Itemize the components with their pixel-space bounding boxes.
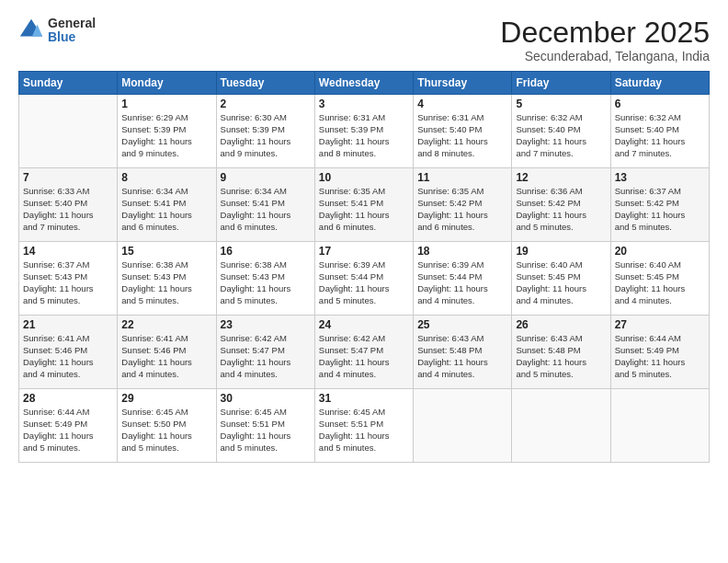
day-number: 12 bbox=[516, 171, 606, 184]
col-header-tuesday: Tuesday bbox=[216, 72, 314, 95]
cell-info: Sunrise: 6:42 AMSunset: 5:47 PMDaylight:… bbox=[319, 333, 409, 380]
calendar-cell: 22Sunrise: 6:41 AMSunset: 5:46 PMDayligh… bbox=[118, 316, 216, 389]
calendar-cell: 6Sunrise: 6:32 AMSunset: 5:40 PMDaylight… bbox=[610, 95, 709, 168]
calendar-table: SundayMondayTuesdayWednesdayThursdayFrid… bbox=[18, 71, 710, 463]
calendar-cell: 14Sunrise: 6:37 AMSunset: 5:43 PMDayligh… bbox=[19, 242, 118, 316]
day-number: 17 bbox=[319, 245, 409, 258]
calendar-cell: 27Sunrise: 6:44 AMSunset: 5:49 PMDayligh… bbox=[610, 316, 709, 389]
cell-info: Sunrise: 6:42 AMSunset: 5:47 PMDaylight:… bbox=[221, 333, 311, 380]
day-number: 19 bbox=[516, 245, 606, 258]
calendar-cell: 23Sunrise: 6:42 AMSunset: 5:47 PMDayligh… bbox=[216, 316, 314, 389]
day-number: 29 bbox=[121, 392, 211, 405]
day-number: 10 bbox=[319, 171, 409, 184]
day-number: 22 bbox=[121, 318, 211, 331]
day-number: 30 bbox=[221, 392, 311, 405]
calendar-cell: 17Sunrise: 6:39 AMSunset: 5:44 PMDayligh… bbox=[314, 242, 413, 316]
cell-info: Sunrise: 6:37 AMSunset: 5:43 PMDaylight:… bbox=[23, 259, 113, 306]
calendar-cell: 26Sunrise: 6:43 AMSunset: 5:48 PMDayligh… bbox=[512, 316, 610, 389]
cell-info: Sunrise: 6:36 AMSunset: 5:42 PMDaylight:… bbox=[516, 186, 606, 233]
calendar-cell bbox=[610, 389, 709, 463]
calendar-cell: 16Sunrise: 6:38 AMSunset: 5:43 PMDayligh… bbox=[216, 242, 314, 316]
calendar-cell: 29Sunrise: 6:45 AMSunset: 5:50 PMDayligh… bbox=[118, 389, 216, 463]
col-header-thursday: Thursday bbox=[414, 72, 512, 95]
col-header-saturday: Saturday bbox=[610, 72, 709, 95]
title-block: December 2025 Secunderabad, Telangana, I… bbox=[500, 17, 710, 63]
day-number: 6 bbox=[615, 98, 705, 110]
cell-info: Sunrise: 6:35 AMSunset: 5:42 PMDaylight:… bbox=[417, 186, 507, 233]
calendar-cell: 8Sunrise: 6:34 AMSunset: 5:41 PMDaylight… bbox=[118, 168, 216, 242]
cell-info: Sunrise: 6:44 AMSunset: 5:49 PMDaylight:… bbox=[615, 333, 705, 380]
day-number: 16 bbox=[221, 245, 311, 258]
calendar-week-row: 7Sunrise: 6:33 AMSunset: 5:40 PMDaylight… bbox=[19, 168, 710, 242]
calendar-cell: 2Sunrise: 6:30 AMSunset: 5:39 PMDaylight… bbox=[216, 95, 314, 168]
day-number: 3 bbox=[319, 98, 409, 110]
calendar-cell: 21Sunrise: 6:41 AMSunset: 5:46 PMDayligh… bbox=[19, 316, 118, 389]
calendar-week-row: 21Sunrise: 6:41 AMSunset: 5:46 PMDayligh… bbox=[19, 316, 710, 389]
calendar-cell: 28Sunrise: 6:44 AMSunset: 5:49 PMDayligh… bbox=[19, 389, 118, 463]
logo-blue-label: Blue bbox=[48, 30, 96, 44]
day-number: 8 bbox=[121, 171, 211, 184]
calendar-cell bbox=[414, 389, 512, 463]
cell-info: Sunrise: 6:35 AMSunset: 5:41 PMDaylight:… bbox=[319, 186, 409, 233]
cell-info: Sunrise: 6:34 AMSunset: 5:41 PMDaylight:… bbox=[221, 186, 311, 233]
cell-info: Sunrise: 6:37 AMSunset: 5:42 PMDaylight:… bbox=[615, 186, 705, 233]
day-number: 21 bbox=[23, 318, 113, 331]
cell-info: Sunrise: 6:41 AMSunset: 5:46 PMDaylight:… bbox=[23, 333, 113, 380]
day-number: 7 bbox=[23, 171, 113, 184]
calendar-cell: 9Sunrise: 6:34 AMSunset: 5:41 PMDaylight… bbox=[216, 168, 314, 242]
day-number: 18 bbox=[417, 245, 507, 258]
calendar-cell: 3Sunrise: 6:31 AMSunset: 5:39 PMDaylight… bbox=[314, 95, 413, 168]
col-header-wednesday: Wednesday bbox=[314, 72, 413, 95]
calendar-cell bbox=[19, 95, 118, 168]
cell-info: Sunrise: 6:33 AMSunset: 5:40 PMDaylight:… bbox=[23, 186, 113, 233]
cell-info: Sunrise: 6:34 AMSunset: 5:41 PMDaylight:… bbox=[121, 186, 211, 233]
cell-info: Sunrise: 6:45 AMSunset: 5:51 PMDaylight:… bbox=[319, 407, 409, 454]
cell-info: Sunrise: 6:30 AMSunset: 5:39 PMDaylight:… bbox=[221, 112, 311, 159]
calendar-week-row: 1Sunrise: 6:29 AMSunset: 5:39 PMDaylight… bbox=[19, 95, 710, 168]
calendar-cell: 13Sunrise: 6:37 AMSunset: 5:42 PMDayligh… bbox=[610, 168, 709, 242]
day-number: 9 bbox=[221, 171, 311, 184]
day-number: 5 bbox=[516, 98, 606, 110]
cell-info: Sunrise: 6:45 AMSunset: 5:51 PMDaylight:… bbox=[221, 407, 311, 454]
calendar-cell: 10Sunrise: 6:35 AMSunset: 5:41 PMDayligh… bbox=[314, 168, 413, 242]
calendar-cell: 24Sunrise: 6:42 AMSunset: 5:47 PMDayligh… bbox=[314, 316, 413, 389]
cell-info: Sunrise: 6:31 AMSunset: 5:39 PMDaylight:… bbox=[319, 112, 409, 159]
calendar-cell: 30Sunrise: 6:45 AMSunset: 5:51 PMDayligh… bbox=[216, 389, 314, 463]
day-number: 28 bbox=[23, 392, 113, 405]
logo-general-label: General bbox=[48, 17, 96, 30]
cell-info: Sunrise: 6:39 AMSunset: 5:44 PMDaylight:… bbox=[319, 259, 409, 306]
calendar-cell: 15Sunrise: 6:38 AMSunset: 5:43 PMDayligh… bbox=[118, 242, 216, 316]
calendar-cell: 5Sunrise: 6:32 AMSunset: 5:40 PMDaylight… bbox=[512, 95, 610, 168]
day-number: 26 bbox=[516, 318, 606, 331]
cell-info: Sunrise: 6:39 AMSunset: 5:44 PMDaylight:… bbox=[417, 259, 507, 306]
day-number: 13 bbox=[615, 171, 705, 184]
calendar-cell: 11Sunrise: 6:35 AMSunset: 5:42 PMDayligh… bbox=[414, 168, 512, 242]
day-number: 14 bbox=[23, 245, 113, 258]
col-header-monday: Monday bbox=[118, 72, 216, 95]
calendar-cell: 12Sunrise: 6:36 AMSunset: 5:42 PMDayligh… bbox=[512, 168, 610, 242]
day-number: 31 bbox=[319, 392, 409, 405]
calendar-cell bbox=[512, 389, 610, 463]
calendar-cell: 25Sunrise: 6:43 AMSunset: 5:48 PMDayligh… bbox=[414, 316, 512, 389]
logo: General Blue bbox=[18, 17, 96, 45]
cell-info: Sunrise: 6:32 AMSunset: 5:40 PMDaylight:… bbox=[615, 112, 705, 159]
cell-info: Sunrise: 6:43 AMSunset: 5:48 PMDaylight:… bbox=[516, 333, 606, 380]
cell-info: Sunrise: 6:40 AMSunset: 5:45 PMDaylight:… bbox=[516, 259, 606, 306]
cell-info: Sunrise: 6:40 AMSunset: 5:45 PMDaylight:… bbox=[615, 259, 705, 306]
cell-info: Sunrise: 6:38 AMSunset: 5:43 PMDaylight:… bbox=[221, 259, 311, 306]
calendar-week-row: 14Sunrise: 6:37 AMSunset: 5:43 PMDayligh… bbox=[19, 242, 710, 316]
calendar-week-row: 28Sunrise: 6:44 AMSunset: 5:49 PMDayligh… bbox=[19, 389, 710, 463]
page: General Blue December 2025 Secunderabad,… bbox=[0, 0, 728, 563]
calendar-cell: 20Sunrise: 6:40 AMSunset: 5:45 PMDayligh… bbox=[610, 242, 709, 316]
calendar-cell: 31Sunrise: 6:45 AMSunset: 5:51 PMDayligh… bbox=[314, 389, 413, 463]
calendar-cell: 4Sunrise: 6:31 AMSunset: 5:40 PMDaylight… bbox=[414, 95, 512, 168]
day-number: 20 bbox=[615, 245, 705, 258]
logo-text: General Blue bbox=[48, 17, 96, 45]
calendar-cell: 1Sunrise: 6:29 AMSunset: 5:39 PMDaylight… bbox=[118, 95, 216, 168]
header: General Blue December 2025 Secunderabad,… bbox=[18, 17, 710, 63]
calendar-cell: 7Sunrise: 6:33 AMSunset: 5:40 PMDaylight… bbox=[19, 168, 118, 242]
month-title: December 2025 bbox=[500, 17, 710, 49]
cell-info: Sunrise: 6:43 AMSunset: 5:48 PMDaylight:… bbox=[417, 333, 507, 380]
cell-info: Sunrise: 6:31 AMSunset: 5:40 PMDaylight:… bbox=[417, 112, 507, 159]
day-number: 1 bbox=[121, 98, 211, 110]
